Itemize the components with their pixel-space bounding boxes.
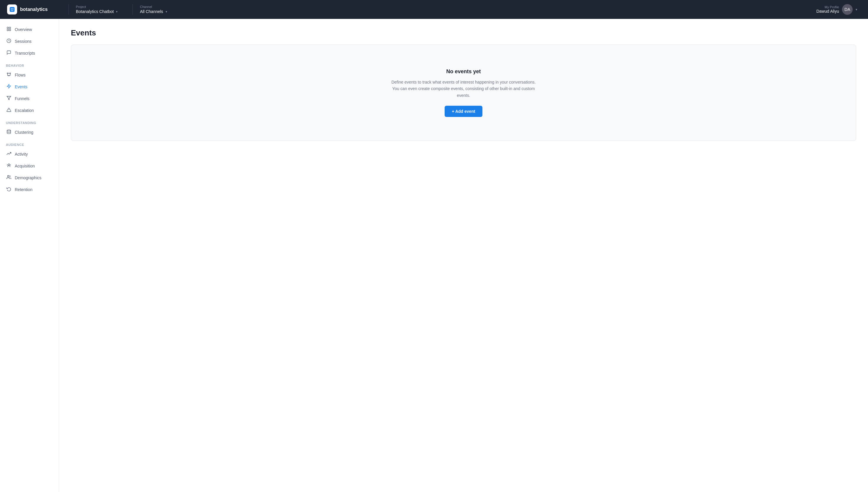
clustering-icon [6,129,12,135]
nav-divider-2 [132,4,133,15]
svg-marker-11 [7,84,10,88]
sidebar-item-clustering[interactable]: Clustering [0,126,59,138]
events-icon [6,84,12,90]
channel-dropdown[interactable]: Channel All Channels ▾ [135,3,194,16]
sidebar-label-funnels: Funnels [15,96,29,101]
svg-rect-0 [10,7,15,12]
main-layout: Overview Sessions Transcripts BEHAVIOR [0,19,868,492]
nav-divider-1 [69,4,69,15]
svg-point-16 [8,164,9,165]
sidebar-label-clustering: Clustering [15,130,33,135]
svg-point-9 [10,73,10,74]
svg-rect-4 [9,27,10,29]
profile-chevron-icon: ▾ [856,8,858,11]
sidebar-item-overview[interactable]: Overview [0,24,59,35]
sidebar-item-retention[interactable]: Retention [0,184,59,196]
sidebar: Overview Sessions Transcripts BEHAVIOR [0,19,59,492]
flows-icon [6,72,12,78]
section-behavior: BEHAVIOR [0,59,59,69]
avatar: DA [842,4,853,15]
svg-point-15 [7,130,10,131]
svg-rect-5 [7,29,8,31]
sidebar-label-events: Events [15,84,27,89]
sidebar-item-acquisition[interactable]: Acquisition [0,160,59,172]
empty-state-title: No events yet [446,69,481,75]
sidebar-item-events[interactable]: Events [0,81,59,93]
channel-chevron-icon: ▾ [165,10,167,13]
demographics-icon [6,175,12,181]
sidebar-item-funnels[interactable]: Funnels [0,93,59,104]
sidebar-label-acquisition: Acquisition [15,164,35,168]
transcripts-icon [6,50,12,56]
svg-point-2 [12,8,14,9]
svg-point-10 [8,75,9,76]
section-understanding: UNDERSTANDING [0,116,59,126]
profile-name: Dawud Aliyu [816,9,839,14]
section-audience: AUDIENCE [0,138,59,148]
brand: botanalytics [7,4,66,15]
sessions-icon [6,39,12,44]
sidebar-item-sessions[interactable]: Sessions [0,35,59,47]
empty-state-description: Define events to track what events of in… [387,79,540,99]
svg-rect-6 [9,29,10,31]
retention-icon [6,187,12,193]
sidebar-item-flows[interactable]: Flows [0,69,59,81]
sidebar-item-demographics[interactable]: Demographics [0,172,59,184]
page-title: Events [71,28,856,38]
topnav: botanalytics Project Botanalytics Chatbo… [0,0,868,19]
svg-rect-3 [7,27,8,29]
sidebar-item-activity[interactable]: Activity [0,148,59,160]
profile-label: My Profile [816,5,839,9]
project-chevron-icon: ▾ [116,10,118,13]
acquisition-icon [6,163,12,169]
brand-logo [7,4,17,15]
escalation-icon [6,107,12,114]
sidebar-item-escalation[interactable]: Escalation [0,104,59,116]
funnels-icon [6,96,12,102]
svg-point-8 [7,73,8,74]
brand-name: botanalytics [20,7,48,12]
sidebar-label-demographics: Demographics [15,175,41,180]
sidebar-label-sessions: Sessions [15,39,32,44]
svg-marker-12 [7,96,10,100]
channel-value: All Channels ▾ [140,9,189,14]
profile-section[interactable]: My Profile Dawud Aliyu DA ▾ [813,2,861,17]
empty-state-card: No events yet Define events to track wha… [71,45,856,141]
project-value: Botanalytics Chatbot ▾ [76,9,126,14]
sidebar-label-overview: Overview [15,27,32,32]
activity-icon [6,151,12,157]
channel-label: Channel [140,5,189,8]
sidebar-item-transcripts[interactable]: Transcripts [0,47,59,59]
sidebar-label-escalation: Escalation [15,108,34,113]
project-dropdown[interactable]: Project Botanalytics Chatbot ▾ [71,3,130,16]
overview-icon [6,27,12,32]
sidebar-label-retention: Retention [15,187,32,192]
svg-point-1 [10,8,12,9]
sidebar-label-flows: Flows [15,73,26,77]
add-event-button[interactable]: + Add event [444,106,482,117]
sidebar-label-activity: Activity [15,152,28,156]
profile-info: My Profile Dawud Aliyu [816,5,839,14]
svg-point-17 [7,175,9,177]
main-content: Events No events yet Define events to tr… [59,19,868,492]
sidebar-label-transcripts: Transcripts [15,51,35,55]
project-label: Project [76,5,126,8]
